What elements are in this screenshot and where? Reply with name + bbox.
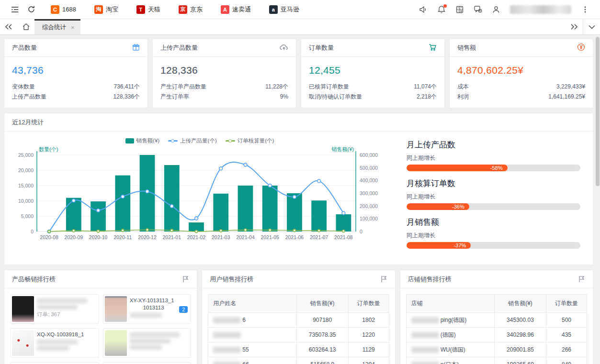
flag-icon[interactable]	[578, 276, 585, 283]
bar-2021-03[interactable]	[213, 194, 228, 232]
column-header-orders[interactable]: 订单数量	[349, 295, 389, 312]
point-2021-06[interactable]	[293, 195, 296, 199]
column-header-name[interactable]: 用户姓名	[208, 295, 296, 312]
point-2021-06[interactable]	[293, 229, 295, 232]
name-suffix: 55	[242, 346, 249, 353]
product-card[interactable]	[10, 362, 99, 364]
product-card[interactable]: XQ-XQ-1003918_1	[10, 328, 99, 358]
marketplace-logo-icon: C	[51, 5, 59, 14]
point-2021-01[interactable]	[170, 204, 173, 208]
product-order-count: 订单: 367	[37, 311, 95, 318]
marketplace-tab-淘宝[interactable]: 淘淘宝	[90, 0, 123, 19]
point-2020-09[interactable]	[72, 230, 75, 232]
chart-canvas[interactable]: 05,00010,00015,00020,00025,0000100,00020…	[7, 145, 390, 256]
marketplace-tab-label: 天猫	[148, 5, 160, 14]
svg-text:2021-06: 2021-06	[285, 234, 304, 240]
table-row[interactable]: WU(德国)209001.85266	[407, 342, 587, 357]
table-row[interactable]: n(日本)199265.69840	[407, 357, 587, 364]
customer-service-icon[interactable]	[470, 0, 486, 19]
table-row[interactable]: 66515658.91394	[208, 357, 388, 364]
point-2020-10[interactable]	[97, 230, 99, 232]
username-redacted[interactable]	[510, 5, 571, 14]
bar-2021-06[interactable]	[287, 193, 302, 232]
bar-2020-10[interactable]	[91, 201, 106, 232]
marketplace-tab-京东[interactable]: 京京东	[174, 0, 207, 19]
bar-2021-04[interactable]	[238, 186, 253, 232]
point-2020-10[interactable]	[97, 209, 100, 212]
point-2021-03[interactable]	[219, 167, 223, 170]
bar-2021-01[interactable]	[164, 165, 180, 232]
product-card[interactable]: XY-1012408_1	[103, 362, 192, 364]
product-image	[12, 330, 34, 356]
bar-2021-08[interactable]	[336, 214, 351, 232]
vertical-scrollbar[interactable]	[595, 35, 600, 364]
point-2020-11[interactable]	[122, 229, 124, 232]
table-row[interactable]: 55603264.131129	[208, 342, 388, 357]
point-2021-07[interactable]	[317, 179, 321, 183]
marketplace-tab-天猫[interactable]: T天猫	[132, 0, 165, 19]
home-icon[interactable]	[17, 19, 34, 34]
legend-swatch	[226, 140, 235, 142]
point-2020-11[interactable]	[121, 195, 125, 199]
point-2021-01[interactable]	[170, 229, 173, 232]
scroll-tabs-right-icon[interactable]	[566, 19, 583, 34]
bar-2020-11[interactable]	[115, 176, 130, 232]
close-tab-icon[interactable]: ×	[71, 24, 75, 31]
svg-text:2020-09: 2020-09	[65, 234, 83, 240]
product-card[interactable]: XY-XY-1013113_110131132	[103, 294, 192, 324]
table-row[interactable]: ping(德国)345300.03500	[407, 312, 587, 327]
point-2020-12[interactable]	[146, 190, 149, 193]
cell-orders: 435	[546, 328, 587, 342]
more-menu-icon[interactable]	[577, 0, 593, 19]
table-row[interactable]: 69071801802	[208, 312, 388, 327]
bar-2021-07[interactable]	[311, 200, 327, 232]
scrollbar-thumb[interactable]	[596, 37, 600, 186]
cell-name: 55	[208, 342, 296, 357]
collapse-menu-icon[interactable]	[7, 0, 23, 19]
point-2020-09[interactable]	[72, 199, 75, 202]
point-2021-03[interactable]	[220, 230, 222, 232]
notification-bell-icon[interactable]	[433, 0, 450, 19]
point-2021-08[interactable]	[342, 230, 345, 232]
point-2021-02[interactable]	[195, 217, 198, 220]
product-card-text: XQ-XQ-1003918_1	[37, 330, 95, 356]
tab-comprehensive-statistics[interactable]: 综合统计 ×	[34, 19, 80, 34]
marketplace-tab-速卖通[interactable]: A速卖通	[216, 0, 256, 19]
legend-item[interactable]: 上传产品量(个)	[168, 137, 217, 144]
marketplace-tab-1688[interactable]: C1688	[46, 0, 81, 19]
bar-2020-09[interactable]	[66, 198, 81, 232]
point-2021-07[interactable]	[318, 230, 320, 232]
legend-item[interactable]: 订单核算量(个)	[226, 137, 274, 144]
column-header-name[interactable]: 店铺	[407, 295, 495, 312]
announcement-icon[interactable]	[415, 0, 431, 19]
flag-icon[interactable]	[182, 276, 189, 283]
flag-icon[interactable]	[380, 276, 387, 283]
point-2020-08[interactable]	[48, 230, 50, 232]
scroll-tabs-left-icon[interactable]	[0, 19, 17, 34]
product-card[interactable]: 订单: 367	[10, 294, 99, 324]
cart-icon	[429, 44, 437, 53]
point-2021-05[interactable]	[269, 229, 271, 232]
user-icon[interactable]	[488, 0, 504, 19]
redacted-name	[411, 332, 439, 338]
point-2021-04[interactable]	[244, 163, 247, 166]
point-2021-04[interactable]	[244, 229, 247, 231]
tab-options-icon[interactable]	[583, 19, 600, 34]
table-row[interactable]: (德国)340298.96435	[407, 327, 587, 342]
bar-2021-05[interactable]	[262, 186, 278, 232]
combo-chart[interactable]: 销售额(¥)上传产品量(个)订单核算量(个) 05,00010,00015,00…	[4, 132, 392, 265]
point-2021-05[interactable]	[268, 184, 272, 188]
marketplace-tab-亚马逊[interactable]: a亚马逊	[264, 0, 304, 19]
calculator-icon[interactable]	[452, 0, 468, 19]
point-2021-08[interactable]	[342, 211, 345, 215]
column-header-orders[interactable]: 订单数量	[546, 295, 587, 312]
point-2020-12[interactable]	[146, 229, 148, 231]
table-row[interactable]: 735078.351220	[208, 327, 388, 342]
point-2021-02[interactable]	[195, 230, 197, 232]
column-header-sales[interactable]: 销售额(¥)	[495, 295, 546, 312]
redacted-line	[37, 346, 69, 351]
legend-item[interactable]: 销售额(¥)	[125, 137, 160, 144]
column-header-sales[interactable]: 销售额(¥)	[297, 295, 349, 312]
refresh-icon[interactable]	[23, 0, 39, 19]
product-card[interactable]	[103, 328, 192, 358]
